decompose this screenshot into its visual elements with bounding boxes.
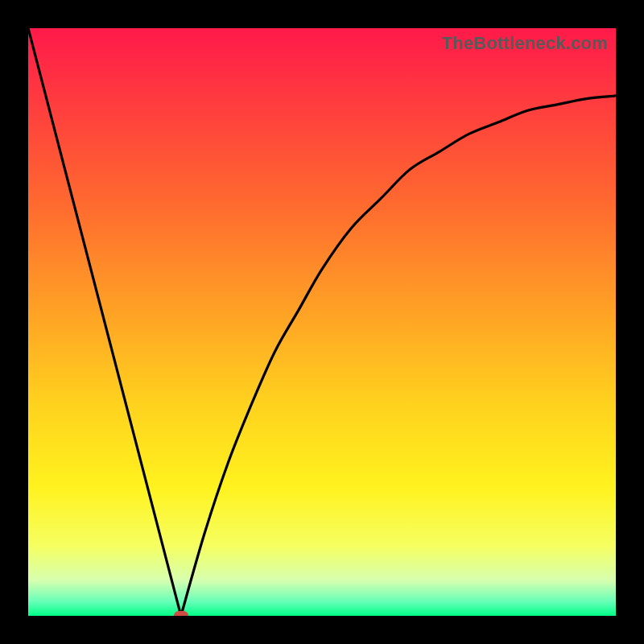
chart-frame: TheBottleneck.com [0,0,644,644]
bottleneck-curve [28,28,616,616]
minimum-marker [174,611,188,616]
plot-area: TheBottleneck.com [28,28,616,616]
curve-layer [28,28,616,616]
attribution-text: TheBottleneck.com [442,33,608,54]
